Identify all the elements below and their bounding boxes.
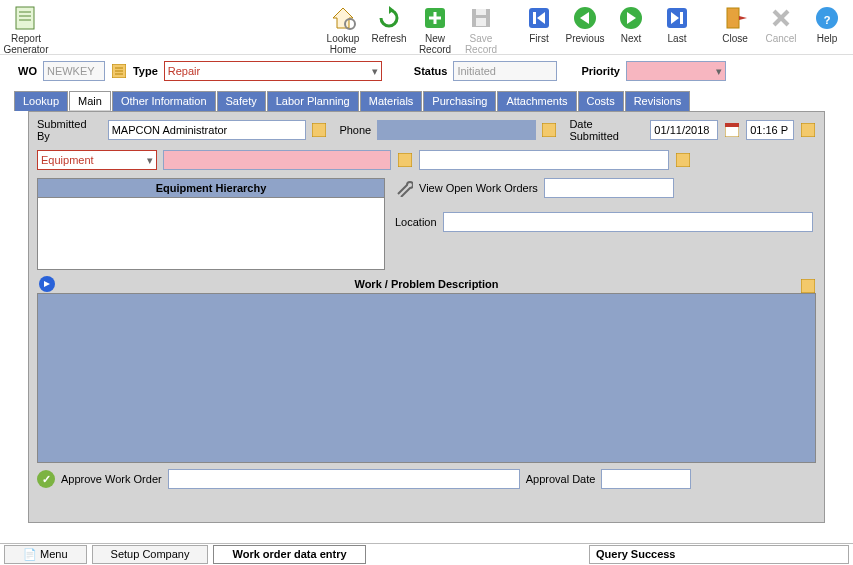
tab-lookup[interactable]: Lookup [14, 91, 68, 111]
wpd-textarea[interactable] [37, 293, 816, 463]
report-generator-label: Report Generator [3, 33, 48, 55]
door-icon [721, 4, 749, 32]
location-label: Location [395, 216, 437, 228]
status-label: Status [414, 65, 448, 77]
svg-rect-36 [725, 123, 739, 127]
tab-purchasing[interactable]: Purchasing [423, 91, 496, 111]
svg-rect-38 [398, 153, 412, 167]
tab-attachments[interactable]: Attachments [497, 91, 576, 111]
status-message: Query Success [589, 545, 849, 564]
status-bar: 📄 Menu Setup Company Work order data ent… [0, 543, 853, 565]
svg-rect-0 [16, 7, 34, 29]
tab-other-information[interactable]: Other Information [112, 91, 216, 111]
date-submitted-input[interactable] [650, 120, 718, 140]
svg-rect-22 [680, 12, 683, 24]
wo-label: WO [18, 65, 37, 77]
entity-desc-picker[interactable] [675, 150, 691, 170]
wrench-icon [395, 179, 413, 197]
svg-text:?: ? [824, 14, 831, 26]
wo-entry-button[interactable]: Work order data entry [213, 545, 365, 564]
help-icon: ? [813, 4, 841, 32]
approve-wo-label[interactable]: Approve Work Order [61, 473, 162, 485]
last-icon [663, 4, 691, 32]
help-button[interactable]: ? Help [805, 2, 849, 57]
wo-picker[interactable] [111, 61, 127, 81]
svg-rect-33 [312, 123, 326, 137]
type-label: Type [133, 65, 158, 77]
approval-date-input[interactable] [601, 469, 691, 489]
type-select[interactable] [164, 61, 382, 81]
save-record-button: Save Record [459, 2, 503, 57]
cancel-button: Cancel [759, 2, 803, 57]
report-icon [12, 4, 40, 32]
approve-input[interactable] [168, 469, 520, 489]
priority-label: Priority [581, 65, 620, 77]
tab-revisions[interactable]: Revisions [625, 91, 691, 111]
svg-rect-23 [727, 8, 739, 28]
view-open-wo-input[interactable] [544, 178, 674, 198]
first-icon [525, 4, 553, 32]
submitted-by-input[interactable] [108, 120, 306, 140]
priority-select[interactable] [626, 61, 726, 81]
submitted-by-label: Submitted By [37, 118, 102, 142]
svg-rect-12 [476, 18, 486, 26]
setup-company-button[interactable]: Setup Company [92, 545, 209, 564]
phone-label: Phone [339, 124, 371, 136]
header-row: WO Type ▾ Status Priority ▾ [0, 55, 853, 87]
calendar-icon[interactable] [724, 120, 740, 140]
tab-materials[interactable]: Materials [360, 91, 423, 111]
phone-input[interactable] [377, 120, 535, 140]
home-icon [329, 4, 357, 32]
svg-rect-34 [542, 123, 556, 137]
report-generator-button[interactable]: Report Generator [4, 2, 48, 57]
tab-main[interactable]: Main [69, 91, 111, 111]
menu-button[interactable]: 📄 Menu [4, 545, 87, 564]
lookup-home-button[interactable]: Lookup Home [321, 2, 365, 57]
phone-picker[interactable] [542, 120, 558, 140]
submitted-by-picker[interactable] [312, 120, 328, 140]
tab-labor-planning[interactable]: Labor Planning [267, 91, 359, 111]
previous-button[interactable]: Previous [563, 2, 607, 57]
tabs-container: LookupMainOther InformationSafetyLabor P… [14, 91, 839, 523]
wpd-picker[interactable] [800, 276, 816, 296]
svg-rect-11 [476, 9, 486, 15]
svg-rect-39 [676, 153, 690, 167]
plus-icon [421, 4, 449, 32]
next-button[interactable]: Next [609, 2, 653, 57]
next-icon [617, 4, 645, 32]
new-record-button[interactable]: New Record [413, 2, 457, 57]
expand-icon[interactable] [39, 276, 55, 292]
status-input [453, 61, 557, 81]
cancel-icon [767, 4, 795, 32]
wo-input[interactable] [43, 61, 105, 81]
entity-desc-input[interactable] [419, 150, 669, 170]
location-input[interactable] [443, 212, 813, 232]
refresh-button[interactable]: Refresh [367, 2, 411, 57]
equipment-hierarchy-header: Equipment Hierarchy [37, 178, 385, 198]
time-submitted-input[interactable] [746, 120, 794, 140]
wpd-title: Work / Problem Description [37, 276, 816, 291]
equipment-hierarchy-tree[interactable] [37, 198, 385, 270]
time-picker[interactable] [800, 120, 816, 140]
date-submitted-label: Date Submitted [569, 118, 644, 142]
approval-date-label: Approval Date [526, 473, 596, 485]
first-button[interactable]: First [517, 2, 561, 57]
refresh-icon [375, 4, 403, 32]
svg-marker-40 [44, 281, 50, 287]
entity-picker[interactable] [397, 150, 413, 170]
close-button[interactable]: Close [713, 2, 757, 57]
save-icon [467, 4, 495, 32]
tab-costs[interactable]: Costs [578, 91, 624, 111]
entity-id-input[interactable] [163, 150, 391, 170]
svg-rect-14 [533, 12, 536, 24]
tab-safety[interactable]: Safety [217, 91, 266, 111]
last-button[interactable]: Last [655, 2, 699, 57]
main-tab-panel: Submitted By Phone Date Submitted ▾ [28, 111, 825, 523]
entity-type-select[interactable] [37, 150, 157, 170]
view-open-wo-label[interactable]: View Open Work Orders [419, 182, 538, 194]
svg-rect-41 [801, 279, 815, 293]
main-toolbar: Report Generator Lookup Home Refresh New… [0, 0, 853, 55]
previous-icon [571, 4, 599, 32]
svg-marker-24 [739, 16, 747, 20]
svg-rect-37 [801, 123, 815, 137]
